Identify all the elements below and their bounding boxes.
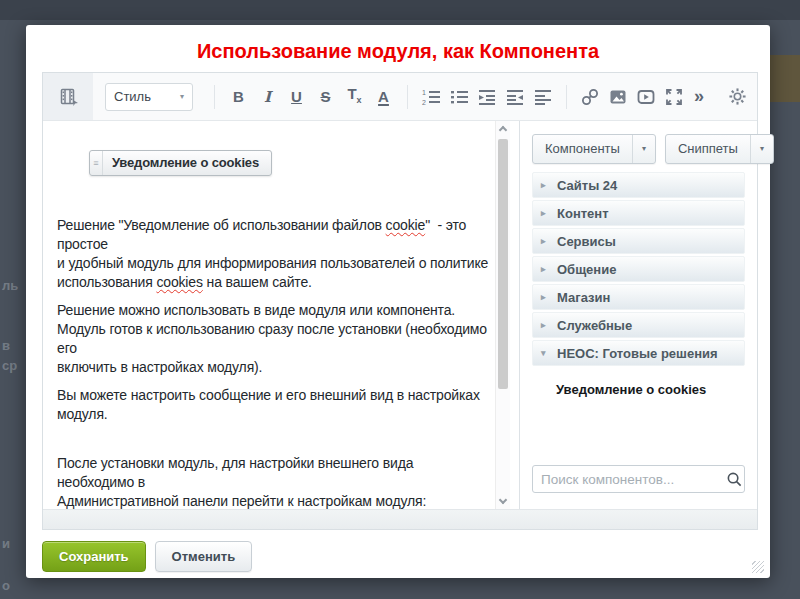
editor-footer-strip [43, 509, 757, 529]
style-dropdown[interactable]: Стиль ▾ [105, 83, 193, 111]
background-text-fragment: ср [2, 358, 17, 373]
background-text-fragment: и [2, 536, 10, 551]
background-content-patch [770, 55, 800, 102]
chevron-right-icon: ▸ [541, 292, 549, 302]
toolbar-separator [407, 85, 408, 109]
chevron-down-icon[interactable]: ▾ [632, 135, 655, 163]
component-list-item[interactable]: Уведомление о cookies [532, 368, 745, 397]
chevron-down-icon: ▾ [541, 348, 549, 358]
component-block-icon [57, 87, 79, 107]
toolbar-separator [566, 85, 567, 109]
insert-link-button[interactable] [580, 87, 600, 107]
editor-scrollbar[interactable] [495, 121, 510, 509]
style-dropdown-value: Стиль [114, 89, 151, 104]
editor-content[interactable]: ≡Уведомление о cookies Решение "Уведомле… [43, 121, 495, 509]
category-row[interactable]: ▸Магазин [532, 284, 745, 310]
chevron-down-icon: ▾ [180, 92, 184, 101]
chevron-right-icon: ▸ [541, 180, 549, 190]
components-button[interactable]: Компоненты ▾ [532, 134, 656, 164]
components-mode-button[interactable] [43, 73, 93, 120]
category-row[interactable]: ▸Сайты 24 [532, 172, 745, 198]
cancel-button[interactable]: Отменить [155, 541, 253, 572]
fullscreen-button[interactable] [664, 87, 684, 107]
scroll-down-icon[interactable] [499, 496, 507, 504]
component-chip[interactable]: ≡Уведомление о cookies [89, 150, 272, 176]
components-button-label: Компоненты [533, 135, 632, 163]
editor-settings-button[interactable] [728, 87, 747, 106]
category-row[interactable]: ▸Служебные [532, 312, 745, 338]
insert-video-button[interactable] [636, 87, 656, 107]
editor-paragraph: После установки модуль, для настройки вн… [57, 454, 489, 509]
editor-paragraphs: Решение "Уведомление об использовании фа… [57, 216, 489, 509]
svg-text:1: 1 [422, 89, 426, 96]
editor-paragraph: Решение "Уведомление об использовании фа… [57, 216, 489, 292]
toolbar-separator [214, 85, 215, 109]
background-top-strip [0, 0, 800, 20]
gear-icon [728, 87, 747, 106]
background-text-fragment: в [2, 338, 10, 353]
category-label: Общение [557, 262, 616, 277]
editor-paragraph: Вы можете настроить сообщение и его внеш… [57, 386, 489, 424]
clear-format-button[interactable]: Tx [343, 82, 366, 112]
chevron-right-icon: ▸ [541, 264, 549, 274]
outdent-button[interactable] [505, 87, 525, 107]
chevron-down-icon[interactable]: ▾ [750, 135, 773, 163]
save-button[interactable]: Сохранить [42, 541, 146, 572]
scrollbar-thumb[interactable] [498, 139, 508, 389]
category-label: Контент [557, 206, 609, 221]
component-search [532, 465, 745, 493]
dialog-actions: Сохранить Отменить [42, 541, 252, 572]
snippets-button-label: Сниппеты [666, 135, 750, 163]
bullet-list-button[interactable] [449, 87, 469, 107]
indent-button[interactable] [477, 87, 497, 107]
components-panel: Компоненты ▾ Сниппеты ▾ ▸Сайты 24▸Контен… [520, 121, 757, 509]
page-title: Использование модуля, как Компонента [26, 40, 770, 63]
category-label: Сервисы [557, 234, 616, 249]
category-expanded[interactable]: ▾НЕОС: Готовые решения [532, 340, 745, 366]
background-text-fragment: ль [2, 278, 18, 293]
text-color-button[interactable]: A [372, 85, 395, 109]
category-label: Служебные [557, 318, 632, 333]
category-label: Магазин [557, 290, 610, 305]
svg-text:2: 2 [422, 99, 426, 106]
bold-button[interactable]: B [227, 85, 250, 109]
chevron-right-icon: ▸ [541, 236, 549, 246]
chevron-right-icon: ▸ [541, 320, 549, 330]
more-tools-button[interactable]: » [694, 86, 704, 107]
drag-handle-icon: ≡ [90, 151, 103, 175]
editor-paragraph: Решение можно использовать в виде модуля… [57, 301, 489, 377]
component-chip-label: Уведомление о cookies [103, 151, 271, 175]
ordered-list-button[interactable]: 12 [421, 87, 441, 107]
align-left-button[interactable] [533, 87, 553, 107]
misspelled-word: cookies [156, 274, 202, 290]
editor-modal-dialog: Использование модуля, как Компонента [26, 25, 770, 578]
search-icon[interactable] [726, 471, 743, 488]
editor-panel-gap [510, 121, 519, 509]
component-categories: ▸Сайты 24▸Контент▸Сервисы▸Общение▸Магази… [532, 172, 745, 397]
resize-grip[interactable] [752, 561, 764, 573]
insert-image-button[interactable] [608, 87, 628, 107]
editor-toolbar: Стиль ▾ B I U S Tx A 12 [43, 73, 757, 121]
misspelled-word: cookie [386, 217, 426, 233]
visual-editor: Стиль ▾ B I U S Tx A 12 [42, 72, 758, 530]
category-row[interactable]: ▸Общение [532, 256, 745, 282]
search-input[interactable] [533, 472, 726, 487]
snippets-button[interactable]: Сниппеты ▾ [665, 134, 774, 164]
category-row[interactable]: ▸Контент [532, 200, 745, 226]
underline-button[interactable]: U [285, 85, 308, 109]
category-label: Сайты 24 [557, 178, 617, 193]
category-row[interactable]: ▸Сервисы [532, 228, 745, 254]
background-text-fragment: о [2, 578, 10, 593]
chevron-right-icon: ▸ [541, 208, 549, 218]
panel-buttons-row: Компоненты ▾ Сниппеты ▾ [532, 134, 745, 164]
scroll-up-icon[interactable] [499, 126, 507, 134]
category-label: НЕОС: Готовые решения [557, 346, 718, 361]
strikethrough-button[interactable]: S [314, 85, 337, 109]
italic-button[interactable]: I [256, 85, 279, 109]
